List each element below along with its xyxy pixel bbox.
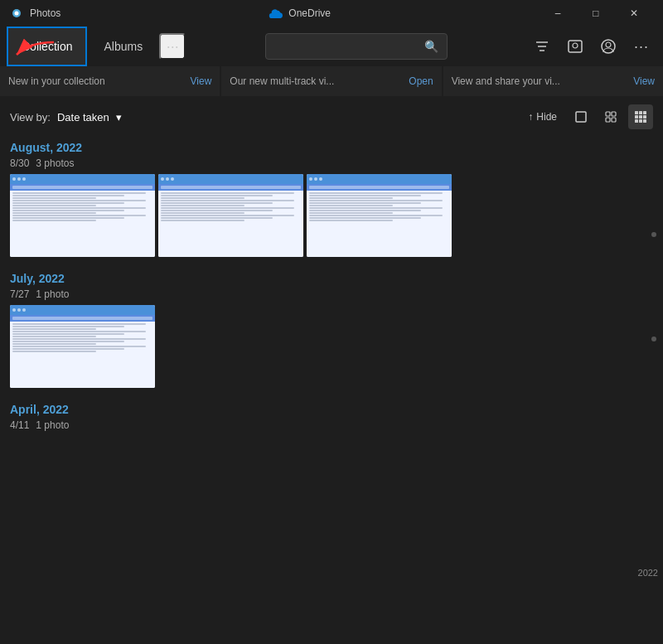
chevron-down-icon: ▾ xyxy=(116,111,122,123)
svg-rect-27 xyxy=(639,119,642,123)
people-icon xyxy=(567,39,583,54)
search-icon[interactable]: 🔍 xyxy=(424,40,438,53)
banner-clipchamp-caption: Our new multi-track vi... Open xyxy=(221,66,441,96)
banner-clipchamp-action[interactable]: Open xyxy=(409,75,433,87)
view-grid2-button[interactable] xyxy=(598,104,623,129)
filter-icon xyxy=(535,41,549,52)
day-row-july-27: 7/27 1 photo xyxy=(10,288,653,300)
view-by-section: View by: Date taken ▾ xyxy=(10,111,122,123)
banner-section: Recent New in your collection View Micro… xyxy=(0,66,663,96)
nav-bar: Collection Albums ··· 🔍 xyxy=(0,27,663,66)
tab-collection[interactable]: Collection xyxy=(7,27,87,66)
svg-rect-16 xyxy=(606,112,610,116)
onedrive-label: OneDrive xyxy=(288,7,331,19)
onedrive-area: OneDrive xyxy=(269,7,331,19)
month-heading-august: August, 2022 xyxy=(10,136,653,154)
app-icon xyxy=(10,7,23,20)
banner-clipchamp: Microsoft Clipchamp Our new multi-track … xyxy=(220,66,441,96)
photos-grid-july xyxy=(10,305,653,388)
svg-rect-24 xyxy=(639,115,642,119)
svg-rect-21 xyxy=(639,111,642,114)
month-april-2022: April, 2022 4/11 1 photo xyxy=(10,398,653,431)
tab-albums[interactable]: Albums xyxy=(90,27,156,66)
nav-more-button[interactable]: ··· xyxy=(159,33,186,60)
onedrive-icon xyxy=(269,7,283,19)
day-row-august-30: 8/30 3 photos xyxy=(10,157,653,169)
year-label: 2022 xyxy=(638,568,658,578)
app-title: Photos xyxy=(30,7,60,19)
view-single-icon xyxy=(574,110,588,123)
view-grid2-icon xyxy=(604,110,617,123)
svg-rect-22 xyxy=(643,111,646,114)
banner-video-action[interactable]: View xyxy=(633,75,655,87)
scroll-dot-2 xyxy=(651,337,656,341)
svg-point-1 xyxy=(15,12,19,16)
photo-thumb[interactable] xyxy=(307,174,452,257)
search-area: 🔍 xyxy=(189,33,524,60)
main-content: View by: Date taken ▾ ↑ Hide xyxy=(0,96,663,524)
svg-rect-17 xyxy=(612,112,616,116)
photo-thumb[interactable] xyxy=(10,305,155,388)
close-button[interactable]: ✕ xyxy=(615,0,653,27)
scroll-indicators xyxy=(651,232,656,341)
svg-point-8 xyxy=(606,42,611,47)
photos-grid-august xyxy=(10,174,653,257)
title-bar: Photos OneDrive – □ ✕ xyxy=(0,0,663,27)
window-controls: – □ ✕ xyxy=(539,0,653,27)
svg-rect-18 xyxy=(606,118,610,122)
date-taken-dropdown[interactable]: Date taken ▾ xyxy=(57,111,122,123)
month-heading-july: July, 2022 xyxy=(10,267,653,285)
minimize-button[interactable]: – xyxy=(539,0,577,27)
banner-recent: Recent New in your collection View xyxy=(0,66,220,96)
account-button[interactable] xyxy=(593,31,623,61)
view-controls: View by: Date taken ▾ ↑ Hide xyxy=(10,96,653,136)
search-box: 🔍 xyxy=(265,33,448,60)
view-by-label: View by: xyxy=(10,111,51,123)
svg-rect-25 xyxy=(643,115,646,119)
maximize-button[interactable]: □ xyxy=(577,0,615,27)
view-single-button[interactable] xyxy=(569,104,593,129)
hide-button[interactable]: ↑ Hide xyxy=(528,111,557,123)
view-grid3-icon xyxy=(634,110,647,123)
filter-button[interactable] xyxy=(527,31,557,61)
up-arrow-icon: ↑ xyxy=(528,111,533,123)
right-toolbar: ··· xyxy=(527,31,656,61)
banner-video: New video View and share your vi... View xyxy=(442,66,663,96)
svg-rect-19 xyxy=(612,118,616,122)
search-input[interactable] xyxy=(274,41,424,53)
people-button[interactable] xyxy=(560,31,590,61)
view-grid3-button[interactable] xyxy=(628,104,653,129)
account-icon xyxy=(600,38,617,55)
svg-rect-23 xyxy=(635,115,638,119)
month-heading-april: April, 2022 xyxy=(10,398,653,416)
svg-rect-20 xyxy=(635,111,638,114)
svg-rect-28 xyxy=(643,119,646,123)
scroll-dot-1 xyxy=(651,232,656,237)
day-row-april-11: 4/11 1 photo xyxy=(10,419,653,431)
svg-rect-26 xyxy=(635,119,638,123)
month-august-2022: August, 2022 8/30 3 photos xyxy=(10,136,653,257)
month-july-2022: July, 2022 7/27 1 photo xyxy=(10,267,653,388)
banner-recent-caption: New in your collection View xyxy=(0,66,220,96)
banner-recent-action[interactable]: View xyxy=(191,75,212,87)
svg-rect-5 xyxy=(569,41,582,52)
photo-thumb[interactable] xyxy=(158,174,303,257)
svg-rect-15 xyxy=(576,112,586,122)
title-bar-left: Photos xyxy=(10,7,60,20)
view-right: ↑ Hide xyxy=(528,104,653,129)
photo-thumb[interactable] xyxy=(10,174,155,257)
banner-video-caption: View and share your vi... View xyxy=(443,66,663,96)
more-options-button[interactable]: ··· xyxy=(627,31,656,61)
svg-point-6 xyxy=(573,43,578,48)
